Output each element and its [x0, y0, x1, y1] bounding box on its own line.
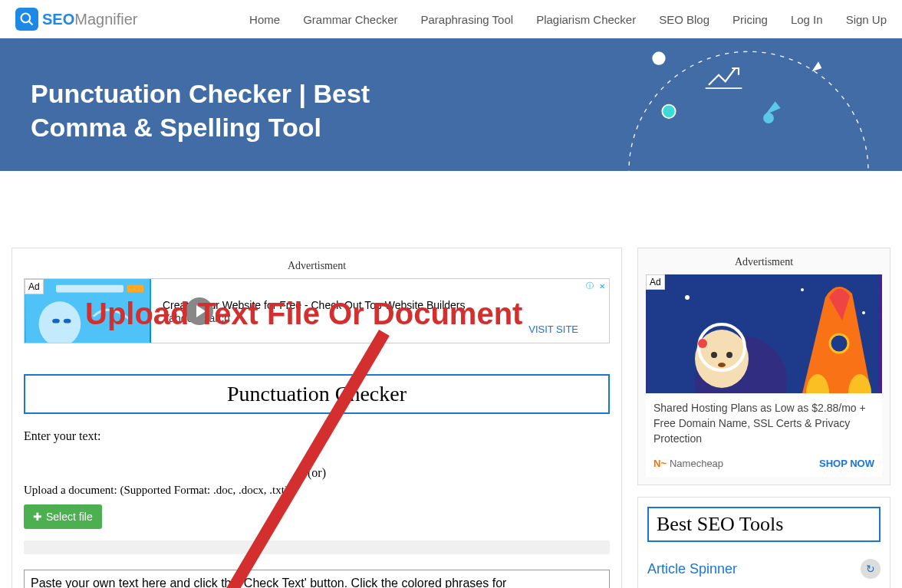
svg-point-11	[52, 319, 60, 324]
tools-widget: Best SEO Tools Article Spinner ↻ Online …	[637, 497, 890, 588]
logo-text: SEOMagnifier	[42, 11, 138, 28]
tool-heading: Punctuation Checker	[24, 374, 610, 414]
plus-icon: ✚	[33, 511, 42, 523]
upload-label: Upload a document: (Supported Format: .d…	[24, 484, 610, 497]
page-title: Punctuation Checker | Best Comma & Spell…	[31, 77, 414, 144]
tools-heading: Best SEO Tools	[647, 507, 881, 542]
ad-controls: ⓘ ✕	[584, 281, 607, 291]
sidebar-ad-text: Shared Hosting Plans as Low as $2.88/mo …	[646, 393, 882, 454]
nav-blog[interactable]: SEO Blog	[659, 13, 709, 26]
svg-point-22	[726, 352, 732, 358]
or-label: (or)	[24, 466, 610, 480]
svg-point-12	[64, 319, 71, 324]
select-file-button[interactable]: ✚ Select file	[24, 504, 102, 529]
sidebar-ad-image	[646, 274, 882, 393]
svg-point-4	[662, 105, 675, 118]
svg-rect-9	[127, 285, 143, 293]
upload-progress	[24, 540, 610, 554]
hero-graphics	[595, 38, 902, 171]
nav-grammar[interactable]: Grammar Checker	[303, 13, 397, 26]
enter-text-label: Enter your text:	[24, 429, 610, 443]
spinner-icon: ↻	[861, 559, 881, 579]
main-nav: Home Grammar Checker Paraphrasing Tool P…	[249, 13, 887, 26]
shop-now-link[interactable]: SHOP NOW	[819, 458, 874, 469]
main-ad[interactable]: Ad ⓘ ✕ Create Your Website for Free - C	[24, 278, 610, 343]
svg-point-21	[711, 352, 717, 358]
sidebar-ad-label: Advertisment	[646, 256, 882, 268]
nav-paraphrasing[interactable]: Paraphrasing Tool	[420, 13, 513, 26]
svg-point-26	[830, 334, 848, 353]
ad-visit-link[interactable]: VISIT SITE	[528, 324, 578, 335]
tool-link-spinner[interactable]: Article Spinner ↻	[647, 551, 881, 586]
svg-point-3	[652, 51, 665, 64]
nav-plagiarism[interactable]: Plagiarism Checker	[536, 13, 636, 26]
svg-point-16	[685, 295, 690, 300]
text-input[interactable]: Paste your own text here and click the '…	[24, 570, 610, 588]
svg-point-18	[862, 311, 865, 314]
hero-banner: Punctuation Checker | Best Comma & Spell…	[0, 38, 902, 171]
nav-signup[interactable]: Sign Up	[846, 13, 887, 26]
logo[interactable]: SEOMagnifier	[15, 8, 138, 31]
ad-close-icon[interactable]: ✕	[597, 281, 607, 291]
nav-login[interactable]: Log In	[791, 13, 823, 26]
ad-label: Advertisment	[24, 260, 610, 272]
ad-image	[25, 279, 151, 343]
nav-pricing[interactable]: Pricing	[732, 13, 768, 26]
svg-line-1	[29, 21, 33, 25]
svg-point-0	[21, 14, 31, 23]
svg-point-17	[801, 288, 804, 291]
sidebar: Advertisment Ad ⓘ ✕	[637, 248, 890, 588]
logo-icon	[15, 8, 38, 31]
ad-brand: N~Namecheap	[653, 458, 723, 469]
svg-point-23	[718, 363, 726, 367]
svg-point-25	[698, 339, 707, 348]
sidebar-ad[interactable]: Ad ⓘ ✕	[646, 274, 882, 477]
ad-badge: Ad	[25, 279, 44, 294]
nav-home[interactable]: Home	[249, 13, 280, 26]
sidebar-ad-badge: Ad	[646, 274, 665, 290]
header: SEOMagnifier Home Grammar Checker Paraph…	[0, 0, 902, 38]
ad-info-icon[interactable]: ⓘ	[584, 281, 595, 291]
main-content: Advertisment Ad ⓘ ✕ Create Y	[12, 248, 622, 588]
svg-point-6	[763, 113, 774, 123]
svg-rect-8	[56, 285, 123, 293]
ad-play-icon[interactable]	[186, 297, 213, 325]
